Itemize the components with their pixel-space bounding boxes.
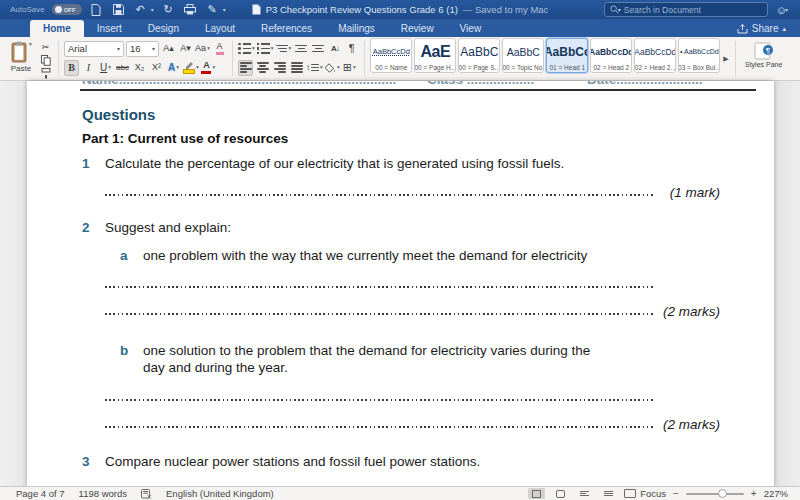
zoom-slider-knob[interactable] xyxy=(718,489,727,498)
increase-font-button[interactable]: A▴ xyxy=(161,41,176,57)
undo-icon[interactable]: ↶ xyxy=(133,3,148,17)
numbering-button[interactable]: ▾ xyxy=(257,41,274,57)
web-layout-view-button[interactable] xyxy=(552,488,569,499)
style-head-2[interactable]: AaBbCcDd 02 = Head 2 xyxy=(590,38,632,73)
italic-button[interactable]: I xyxy=(81,60,96,76)
page[interactable]: Name....................................… xyxy=(27,81,774,487)
borders-button[interactable]: ⊞ ▾ xyxy=(342,60,357,76)
decrease-indent-button[interactable] xyxy=(293,41,308,57)
document-area[interactable]: Name....................................… xyxy=(0,81,800,487)
highlight-button[interactable]: ▾ xyxy=(183,60,199,76)
toolbar-more-icon[interactable]: ▾ xyxy=(223,6,226,13)
bullets-button[interactable]: ▾ xyxy=(238,41,255,57)
align-left-button[interactable] xyxy=(238,60,253,76)
tab-view[interactable]: View xyxy=(447,20,495,37)
style-name[interactable]: AaBbCcDd 00 = Name xyxy=(370,38,412,73)
proofing-status-icon[interactable] xyxy=(141,489,152,499)
strikethrough-button[interactable]: abc xyxy=(115,60,130,76)
word-count[interactable]: 1198 words xyxy=(79,488,127,499)
tab-insert[interactable]: Insert xyxy=(84,20,135,37)
page-indicator[interactable]: Page 4 of 7 xyxy=(16,488,65,499)
numbering-caret-icon: ▾ xyxy=(271,46,274,52)
new-document-icon[interactable] xyxy=(89,3,104,17)
font-size-select[interactable]: 16 ▾ xyxy=(126,41,159,57)
answer-line-q2b-1 xyxy=(105,386,720,404)
focus-button[interactable]: Focus xyxy=(624,488,666,499)
style-topic-no[interactable]: AaBbC 00 = Topic No. xyxy=(502,38,544,73)
search-input[interactable]: ▾ Search in Document xyxy=(604,2,768,17)
style-head-1[interactable]: AaBbCc 01 = Head 1 xyxy=(546,38,588,73)
zoom-in-button[interactable]: + xyxy=(751,488,757,499)
zoom-slider[interactable] xyxy=(686,493,744,495)
multilevel-list-button[interactable]: ▾ xyxy=(276,41,292,57)
shading-button[interactable]: ▾ xyxy=(325,60,340,76)
styles-more-icon[interactable]: ▶ xyxy=(723,55,728,63)
tab-mailings[interactable]: Mailings xyxy=(325,20,388,37)
zoom-level[interactable]: 227% xyxy=(764,488,788,499)
clear-formatting-button[interactable]: A xyxy=(212,41,227,57)
save-icon[interactable] xyxy=(111,3,126,17)
print-icon[interactable] xyxy=(183,3,198,17)
collapse-ribbon-icon[interactable]: ▴ xyxy=(782,25,786,33)
svg-text:¶: ¶ xyxy=(766,46,770,55)
format-painter-icon[interactable] xyxy=(38,67,53,79)
styles-pane-button[interactable]: ¶ Styles Pane xyxy=(741,40,787,69)
style-page-h[interactable]: AaE 00 = Page H... xyxy=(414,38,456,73)
text-effects-button[interactable]: A ▾ xyxy=(166,60,181,76)
search-placeholder: Search in Document xyxy=(624,5,701,15)
redo-icon[interactable]: ↻ xyxy=(161,3,176,17)
show-paragraph-button[interactable]: ¶ xyxy=(344,41,359,57)
question-1-number: 1 xyxy=(82,156,105,171)
tab-layout[interactable]: Layout xyxy=(192,20,248,37)
focus-icon xyxy=(624,489,636,498)
question-2-number: 2 xyxy=(82,220,105,235)
increase-indent-button[interactable] xyxy=(310,41,325,57)
underline-button[interactable]: U ▾ xyxy=(98,60,113,76)
font-color-button[interactable]: A ▾ xyxy=(201,60,216,76)
share-button[interactable]: Share ▴ xyxy=(737,23,800,37)
tab-design[interactable]: Design xyxy=(135,20,192,37)
multilevel-caret-icon: ▾ xyxy=(289,46,292,52)
name-field: Name....................................… xyxy=(82,81,432,89)
search-scope-icon[interactable]: ▾ xyxy=(618,6,621,13)
sort-button[interactable]: A↓ xyxy=(327,41,342,57)
tab-home[interactable]: Home xyxy=(30,20,84,37)
paste-menu-icon[interactable]: ▾ xyxy=(29,41,32,47)
bold-button[interactable]: B xyxy=(64,60,79,76)
decrease-font-button[interactable]: A▾ xyxy=(178,41,193,57)
align-center-button[interactable] xyxy=(255,60,270,76)
zoom-out-button[interactable]: − xyxy=(673,488,679,499)
language-indicator[interactable]: English (United Kingdom) xyxy=(166,488,274,499)
question-3-text: Compare nuclear power stations and fossi… xyxy=(105,454,480,469)
answer-line-q2a-2: (2 marks) xyxy=(105,300,720,318)
question-3: 3 Compare nuclear power stations and fos… xyxy=(82,454,480,469)
paste-button[interactable]: ▾ Paste xyxy=(4,40,38,73)
font-color-caret-icon: ▾ xyxy=(212,65,215,71)
autosave-toggle[interactable]: OFF xyxy=(52,4,82,15)
word-window: AutoSave OFF ↶ ▾ ↻ ✎ ▾ P3 Checkpoint Rev… xyxy=(0,0,800,500)
style-page-s[interactable]: AaBbC 00 = Page S... xyxy=(458,38,500,73)
dotted-answer-line xyxy=(105,286,655,288)
feedback-button[interactable]: ☺ ▾ xyxy=(776,4,788,16)
copy-icon[interactable] xyxy=(38,54,53,66)
justify-button[interactable] xyxy=(289,60,304,76)
change-case-button[interactable]: Aa ▾ xyxy=(195,41,210,57)
style-box-bullet[interactable]: • AaBbCcDd 03 = Box Bul... xyxy=(678,38,720,73)
draw-icon[interactable]: ✎ xyxy=(205,3,220,17)
undo-menu-icon[interactable]: ▾ xyxy=(151,6,154,13)
tab-references[interactable]: References xyxy=(248,20,325,37)
titlebar: AutoSave OFF ↶ ▾ ↻ ✎ ▾ P3 Checkpoint Rev… xyxy=(0,0,800,19)
align-right-button[interactable] xyxy=(272,60,287,76)
print-layout-view-button[interactable] xyxy=(528,488,545,499)
draft-view-button[interactable] xyxy=(600,488,617,499)
cut-icon[interactable]: ✂ xyxy=(38,41,53,53)
q1-marks: (1 mark) xyxy=(655,186,720,200)
subscript-button[interactable]: X₂ xyxy=(132,60,147,76)
outline-view-button[interactable] xyxy=(576,488,593,499)
superscript-button[interactable]: X² xyxy=(149,60,164,76)
font-name-select[interactable]: Arial ▾ xyxy=(64,41,124,57)
underline-caret-icon: ▾ xyxy=(108,65,111,71)
tab-review[interactable]: Review xyxy=(388,20,447,37)
line-spacing-button[interactable]: ↕ ▾ xyxy=(306,60,323,76)
style-head-2b[interactable]: AaBbCcDd 02 = Head 2... xyxy=(634,38,676,73)
